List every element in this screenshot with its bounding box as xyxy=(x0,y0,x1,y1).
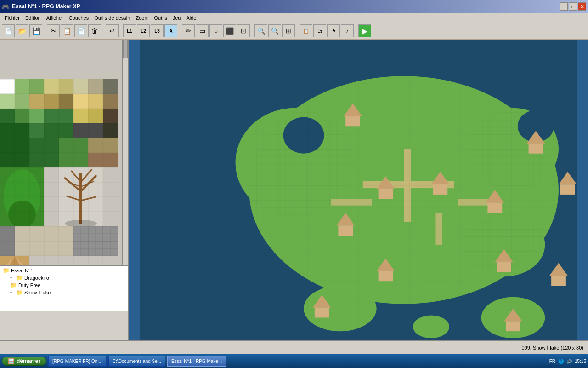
separator-7 xyxy=(355,24,357,37)
map-dragoekiro-label: Dragoekiro xyxy=(24,275,49,281)
delete-button[interactable]: 🗑 xyxy=(88,24,101,37)
taskbar-item-0[interactable]: [RPG-MAKER.FR] Oni... xyxy=(48,356,107,367)
window-title: Essai N°1 - RPG Maker XP xyxy=(12,3,80,10)
map-svg xyxy=(129,40,588,340)
menu-fichier[interactable]: Fichier xyxy=(2,14,23,22)
taskbar-item-2-label: Essai N°1 - RPG Make... xyxy=(171,359,222,364)
close-button[interactable]: ✕ xyxy=(578,2,586,11)
pen-tool[interactable]: ✏ xyxy=(182,24,195,37)
svg-rect-20 xyxy=(74,109,88,123)
separator-1 xyxy=(43,24,46,37)
map-properties-button[interactable]: 📋 xyxy=(300,24,312,37)
cut-button[interactable]: ✂ xyxy=(47,24,60,37)
menu-aide[interactable]: Aide xyxy=(183,14,199,22)
layer1-button[interactable]: L1 xyxy=(123,24,136,37)
svg-rect-6 xyxy=(88,79,103,94)
audio-button[interactable]: ♪ xyxy=(341,24,354,37)
windows-logo-icon: 🪟 xyxy=(8,358,15,364)
folder-icon: 📁 xyxy=(16,275,23,281)
svg-rect-122 xyxy=(497,262,511,272)
scroll-thumb[interactable] xyxy=(123,40,128,58)
map-canvas-area[interactable] xyxy=(129,40,588,340)
toolbar: 📄 📂 💾 ✂ 📋 📄 🗑 ↩ L1 L2 L3 A ✏ ▭ ○ ⬛ ⊡ 🔍 🔍… xyxy=(0,23,588,40)
event-button[interactable]: ⚑ xyxy=(327,24,340,37)
project-folder-icon: 📁 xyxy=(3,267,10,274)
menu-bar: Fichier Edition Afficher Couches Outils … xyxy=(0,13,588,23)
layer-all-button[interactable]: A xyxy=(164,24,177,37)
fill-tool[interactable]: ⬛ xyxy=(223,24,236,37)
map-dragoekiro[interactable]: + 📁 Dragoekiro xyxy=(1,274,127,282)
zoom-in-button[interactable]: 🔍 xyxy=(254,24,267,37)
ellipse-tool[interactable]: ○ xyxy=(209,24,222,37)
language-indicator: FR xyxy=(549,359,555,364)
status-bar: 009: Snow Flake (120 x 80) xyxy=(0,340,588,354)
svg-rect-124 xyxy=(551,276,566,286)
svg-rect-17 xyxy=(15,109,29,123)
svg-rect-128 xyxy=(506,321,520,331)
svg-rect-112 xyxy=(433,184,448,195)
select-tool[interactable]: ⊡ xyxy=(237,24,250,37)
save-button[interactable]: 💾 xyxy=(29,24,42,37)
start-label: démarrer xyxy=(17,358,40,364)
svg-rect-2 xyxy=(29,79,44,94)
copy-button[interactable]: 📋 xyxy=(61,24,74,37)
project-node[interactable]: 📁 Essai N°1 xyxy=(1,267,127,274)
open-button[interactable]: 📂 xyxy=(16,24,28,37)
start-button[interactable]: 🪟 démarrer xyxy=(2,356,46,366)
map-duty-free-label: Duty Free xyxy=(18,282,40,288)
taskbar-item-1[interactable]: C:\Documents and Se... xyxy=(108,356,165,367)
separator-4 xyxy=(178,24,181,37)
svg-rect-11 xyxy=(44,94,59,109)
svg-rect-10 xyxy=(29,94,44,109)
main-area: 📁 Essai N°1 + 📁 Dragoekiro 📁 Duty Free +… xyxy=(0,40,588,340)
menu-outils-dessin[interactable]: Outils de dessin xyxy=(91,14,133,22)
svg-rect-1 xyxy=(15,79,29,94)
svg-rect-116 xyxy=(560,184,575,195)
svg-rect-99 xyxy=(435,213,442,245)
tileset-button[interactable]: 🗂 xyxy=(313,24,326,37)
layer2-button[interactable]: L2 xyxy=(137,24,150,37)
menu-edition[interactable]: Edition xyxy=(23,14,44,22)
menu-jeu[interactable]: Jeu xyxy=(170,14,184,22)
map-duty-free[interactable]: 📁 Duty Free xyxy=(1,282,127,289)
svg-rect-0 xyxy=(0,79,15,94)
rect-tool[interactable]: ▭ xyxy=(196,24,209,37)
layer3-button[interactable]: L3 xyxy=(151,24,164,37)
separator-6 xyxy=(296,24,299,37)
taskbar-item-0-label: [RPG-MAKER.FR] Oni... xyxy=(52,359,102,364)
tileset-svg xyxy=(0,40,123,265)
play-button[interactable]: ▶ xyxy=(358,24,371,37)
map-snow-flake[interactable]: + 📁 Snow Flake xyxy=(1,289,127,296)
svg-rect-108 xyxy=(379,189,393,199)
menu-zoom[interactable]: Zoom xyxy=(133,14,151,22)
svg-rect-110 xyxy=(338,225,353,236)
new-button[interactable]: 📄 xyxy=(2,24,15,37)
expand-icon: + xyxy=(10,276,15,280)
menu-couches[interactable]: Couches xyxy=(66,14,91,22)
paste-button[interactable]: 📄 xyxy=(74,24,87,37)
svg-rect-12 xyxy=(59,94,74,109)
zoom-fit-button[interactable]: ⊞ xyxy=(282,24,295,37)
title-bar: 🎮 Essai N°1 - RPG Maker XP _ □ ✕ xyxy=(0,0,588,13)
tileset-scrollbar[interactable] xyxy=(122,40,128,265)
taskbar-item-2[interactable]: Essai N°1 - RPG Make... xyxy=(167,356,226,367)
svg-rect-14 xyxy=(88,94,103,109)
svg-rect-8 xyxy=(0,94,15,109)
svg-rect-7 xyxy=(103,79,118,94)
network-icon: 🌐 xyxy=(558,359,564,364)
menu-outils[interactable]: Outils xyxy=(152,14,170,22)
svg-rect-15 xyxy=(103,94,118,109)
minimize-button[interactable]: _ xyxy=(560,2,568,11)
svg-rect-106 xyxy=(345,116,360,126)
svg-rect-118 xyxy=(315,308,329,318)
svg-rect-22 xyxy=(103,109,118,123)
svg-rect-5 xyxy=(74,79,88,94)
map-tree-panel: 📁 Essai N°1 + 📁 Dragoekiro 📁 Duty Free +… xyxy=(0,265,128,311)
menu-afficher[interactable]: Afficher xyxy=(44,14,66,22)
svg-point-46 xyxy=(65,220,97,227)
tileset-area[interactable] xyxy=(0,40,123,265)
undo-button[interactable]: ↩ xyxy=(106,24,119,37)
zoom-out-button[interactable]: 🔍 xyxy=(268,24,281,37)
maximize-button[interactable]: □ xyxy=(569,2,577,11)
taskbar: 🪟 démarrer [RPG-MAKER.FR] Oni... C:\Docu… xyxy=(0,354,588,368)
